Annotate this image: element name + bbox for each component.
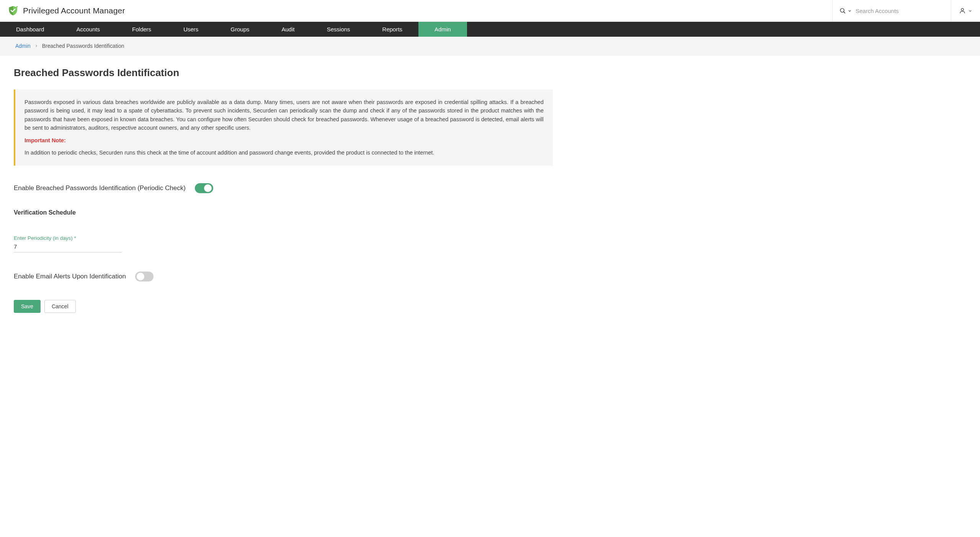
nav-reports[interactable]: Reports <box>366 22 419 37</box>
save-button[interactable]: Save <box>14 300 41 313</box>
logo-area: Privileged Account Manager <box>8 5 832 16</box>
nav-sessions[interactable]: Sessions <box>311 22 366 37</box>
svg-line-2 <box>844 11 845 13</box>
page-title: Breached Passwords Identification <box>14 67 553 79</box>
info-paragraph: Passwords exposed in various data breach… <box>24 98 544 132</box>
verification-schedule-title: Verification Schedule <box>14 209 553 216</box>
search-input[interactable] <box>856 8 944 14</box>
enable-periodic-row: Enable Breached Passwords Identification… <box>14 183 553 193</box>
enable-email-toggle[interactable] <box>135 272 154 282</box>
content: Breached Passwords Identification Passwo… <box>0 55 567 324</box>
navbar: Dashboard Accounts Folders Users Groups … <box>0 22 980 37</box>
search-section <box>832 0 951 21</box>
enable-periodic-label: Enable Breached Passwords Identification… <box>14 184 186 192</box>
user-icon <box>959 7 966 14</box>
nav-groups[interactable]: Groups <box>214 22 265 37</box>
cancel-button[interactable]: Cancel <box>44 300 76 313</box>
enable-email-row: Enable Email Alerts Upon Identification <box>14 272 553 282</box>
breadcrumb-current: Breached Passwords Identification <box>42 43 124 49</box>
svg-point-1 <box>840 8 844 12</box>
enable-periodic-toggle[interactable] <box>195 183 213 193</box>
periodicity-label: Enter Periodicity (in days) * <box>14 235 122 241</box>
breadcrumb-root-link[interactable]: Admin <box>15 43 31 49</box>
toggle-knob <box>204 184 212 192</box>
periodicity-field: Enter Periodicity (in days) * <box>14 235 122 252</box>
info-paragraph: In addition to periodic checks, Securden… <box>24 148 544 157</box>
nav-dashboard[interactable]: Dashboard <box>0 22 60 37</box>
search-dropdown-trigger[interactable] <box>840 8 852 14</box>
breadcrumb: Admin Breached Passwords Identification <box>0 37 980 55</box>
toggle-knob <box>137 273 144 280</box>
search-icon <box>840 8 846 14</box>
nav-accounts[interactable]: Accounts <box>60 22 116 37</box>
svg-point-0 <box>16 6 18 8</box>
nav-admin[interactable]: Admin <box>418 22 467 37</box>
svg-point-3 <box>961 8 964 11</box>
header: Privileged Account Manager <box>0 0 980 22</box>
info-box: Passwords exposed in various data breach… <box>14 90 553 166</box>
nav-users[interactable]: Users <box>167 22 214 37</box>
app-title: Privileged Account Manager <box>23 6 125 15</box>
enable-email-label: Enable Email Alerts Upon Identification <box>14 273 126 280</box>
nav-folders[interactable]: Folders <box>116 22 167 37</box>
shield-logo-icon <box>8 5 18 16</box>
chevron-down-icon <box>968 9 972 13</box>
required-indicator: * <box>74 235 76 241</box>
chevron-right-icon <box>34 43 38 49</box>
nav-audit[interactable]: Audit <box>266 22 311 37</box>
user-menu[interactable] <box>951 0 980 21</box>
periodicity-label-text: Enter Periodicity (in days) <box>14 235 73 241</box>
button-row: Save Cancel <box>14 300 553 313</box>
chevron-down-icon <box>848 9 852 13</box>
periodicity-input[interactable] <box>14 242 122 252</box>
important-note-label: Important Note: <box>24 136 544 145</box>
